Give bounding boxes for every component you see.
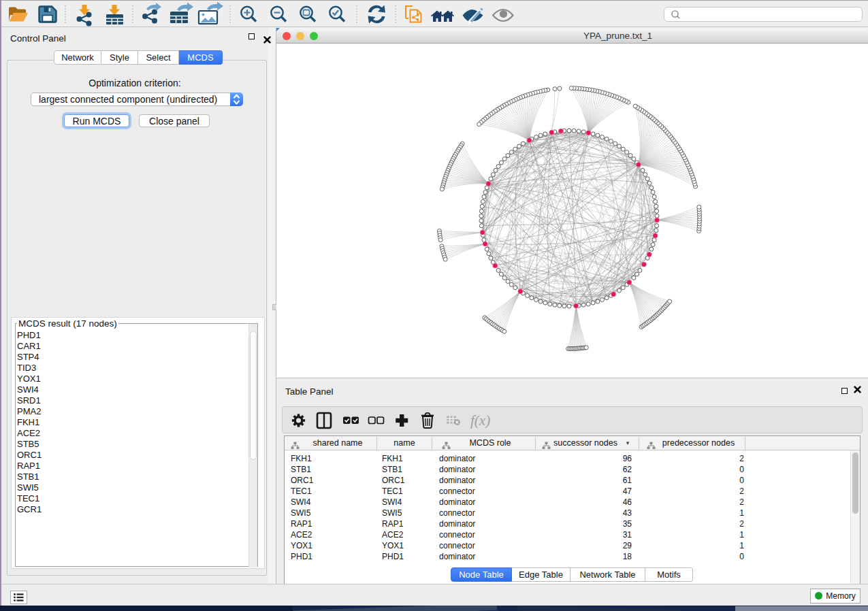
svg-text:f(x): f(x) [470,412,490,429]
